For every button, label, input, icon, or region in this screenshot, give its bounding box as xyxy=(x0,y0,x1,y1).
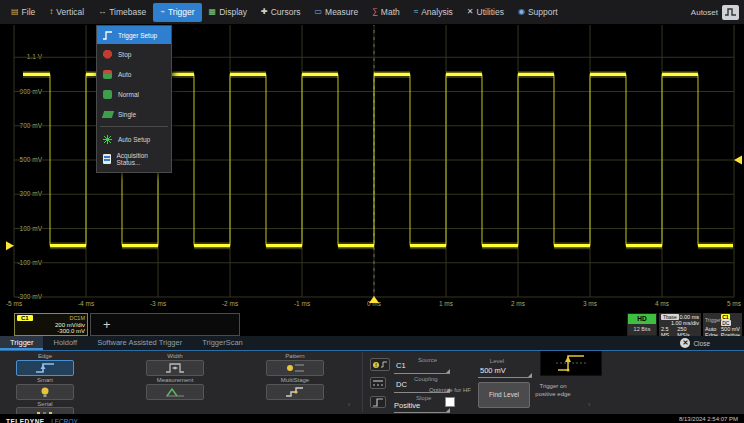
source-label: Source xyxy=(418,357,437,363)
menu-item-label: Display xyxy=(219,7,247,17)
dropdown-item-label: Normal xyxy=(118,91,139,98)
edge-icon xyxy=(34,362,56,374)
dropdown-item-trigger-setup[interactable]: Trigger Setup xyxy=(97,26,171,44)
source-dropdown-arrow[interactable] xyxy=(446,369,450,373)
dropdown-item-stop[interactable]: Stop xyxy=(97,44,171,64)
optimize-hf-label: Optimize for HF xyxy=(409,387,491,393)
menu-item-display[interactable]: ▦Display xyxy=(202,3,254,22)
preview-caption-line1: Trigger on xyxy=(508,383,598,389)
svg-text:!: ! xyxy=(375,362,377,368)
trigger-type-button-smart[interactable] xyxy=(16,384,74,400)
brand-secondary: LECROY xyxy=(51,418,78,423)
trigger-type-button-measurement[interactable] xyxy=(146,384,204,400)
dropdown-item-acquisition-status[interactable]: Acquisition Status... xyxy=(97,149,171,169)
slope-dropdown-arrow[interactable] xyxy=(446,408,450,412)
hd-bits: 12 Bits xyxy=(628,324,656,335)
menu-item-label: Trigger xyxy=(168,7,195,17)
menu-item-support[interactable]: ◉Support xyxy=(511,3,565,22)
slope-label: Slope xyxy=(416,395,431,401)
dropdown-item-label: Acquisition Status... xyxy=(117,152,168,166)
dropdown-item-normal[interactable]: Normal xyxy=(97,84,171,104)
pattern-icon xyxy=(284,362,306,374)
add-trace-plus-icon[interactable]: + xyxy=(93,318,237,331)
analysis-icon: ≈ xyxy=(414,8,418,16)
trigger-type-button-multistage[interactable] xyxy=(266,384,324,400)
source-dropdown[interactable] xyxy=(394,373,450,374)
timebase-descriptor[interactable]: Tbase 0.00 ms 1.00 ms/div 2.5 MS 250 MS/… xyxy=(659,313,701,336)
pager-left-icon[interactable]: ‹ xyxy=(348,401,350,408)
menu-item-analysis[interactable]: ≈Analysis xyxy=(407,3,460,22)
dropdown-item-auto-setup[interactable]: Auto Setup xyxy=(97,129,171,149)
optimize-hf-checkbox[interactable] xyxy=(445,397,455,407)
trigger-type-button-edge[interactable] xyxy=(16,360,74,376)
menu-item-file[interactable]: ▤File xyxy=(4,3,42,22)
auto-icon xyxy=(101,70,114,79)
menu-item-label: Cursors xyxy=(271,7,301,17)
menu-item-label: Analysis xyxy=(421,7,453,17)
autoset-control[interactable]: Autoset xyxy=(691,5,744,20)
type-button-label-width: Width xyxy=(146,353,204,359)
add-trace-box[interactable]: + xyxy=(90,313,240,336)
menu-item-label: File xyxy=(22,7,36,17)
stop-icon xyxy=(101,50,114,59)
level-value[interactable]: 500 mV xyxy=(480,366,506,375)
trigger-type-button-width[interactable] xyxy=(146,360,204,376)
dropdown-item-single[interactable]: Single xyxy=(97,104,171,124)
trigger-descriptor[interactable]: Trigger C1 DC Auto 500 mV Edge Positive xyxy=(703,313,742,336)
trigger-descriptor-label: Trigger xyxy=(705,317,721,323)
slope-dropdown[interactable] xyxy=(394,412,450,413)
level-field[interactable] xyxy=(478,377,532,378)
pager-right-icon[interactable]: › xyxy=(588,401,590,408)
menu-separator xyxy=(100,126,168,127)
auto-setup-icon xyxy=(101,134,114,145)
menu-item-measure[interactable]: ▭Measure xyxy=(308,3,366,22)
menu-item-utilities[interactable]: ✕Utilities xyxy=(460,3,511,22)
multistage-icon xyxy=(284,386,306,398)
menu-item-trigger[interactable]: ⌁Trigger xyxy=(153,3,201,22)
c1-scale: 200 mV/div xyxy=(17,322,85,328)
level-field-label: Level xyxy=(462,358,532,364)
type-button-label-measurement: Measurement xyxy=(146,377,204,383)
menu-item-timebase[interactable]: ↔Timebase xyxy=(91,3,153,22)
close-label: Close xyxy=(693,340,710,347)
measure-icon: ▭ xyxy=(315,8,323,16)
type-button-label-multistage: MultiStage xyxy=(266,377,324,383)
trigger-icon: ⌁ xyxy=(160,8,165,16)
tab-trigger[interactable]: Trigger xyxy=(0,336,43,350)
menu-item-vertical[interactable]: ↕Vertical xyxy=(42,3,91,22)
section-divider xyxy=(362,352,363,412)
slope-value[interactable]: Positive xyxy=(394,401,420,410)
source-value[interactable]: C1 xyxy=(396,361,406,370)
file-icon: ▤ xyxy=(11,8,19,16)
trigger-type-button-pattern[interactable] xyxy=(266,360,324,376)
menu-item-label: Support xyxy=(528,7,558,17)
autoset-icon[interactable] xyxy=(722,5,739,20)
level-field-arrow[interactable] xyxy=(528,373,532,377)
tab-software-assisted-trigger[interactable]: Software Assisted Trigger xyxy=(87,336,192,350)
dropdown-item-label: Stop xyxy=(118,51,131,58)
width-icon xyxy=(164,362,186,374)
menu-bar: ▤File↕Vertical↔Timebase⌁Trigger▦Display✚… xyxy=(0,0,744,25)
tab-holdoff[interactable]: Holdoff xyxy=(43,336,87,350)
trigger-source-icon[interactable]: ! xyxy=(370,358,390,371)
dropdown-item-label: Auto Setup xyxy=(118,136,150,143)
hd-badge: HD xyxy=(628,314,656,324)
type-button-label-edge: Edge xyxy=(16,353,74,359)
channel-c1-descriptor[interactable]: C1 DC1M 200 mV/div -300.0 mV xyxy=(14,313,88,336)
support-icon: ◉ xyxy=(518,8,525,16)
timebase-icon: ↔ xyxy=(98,8,106,16)
menu-item-label: Vertical xyxy=(56,7,84,17)
dropdown-item-auto[interactable]: Auto xyxy=(97,64,171,84)
coupling-value[interactable]: DC xyxy=(396,380,407,389)
utilities-icon: ✕ xyxy=(467,8,474,16)
menu-item-math[interactable]: ∑Math xyxy=(365,3,407,22)
hd-mode-descriptor[interactable]: HD 12 Bits xyxy=(627,313,657,336)
single-icon xyxy=(101,111,114,118)
dialog-close-button[interactable]: ✕ Close xyxy=(680,338,744,348)
c1-offset: -300.0 mV xyxy=(17,328,85,334)
close-icon[interactable]: ✕ xyxy=(680,338,690,348)
vertical-icon: ↕ xyxy=(49,8,53,16)
menu-item-cursors[interactable]: ✚Cursors xyxy=(254,3,307,22)
dropdown-item-label: Auto xyxy=(118,71,131,78)
tab-triggerscan[interactable]: TriggerScan xyxy=(192,336,253,350)
